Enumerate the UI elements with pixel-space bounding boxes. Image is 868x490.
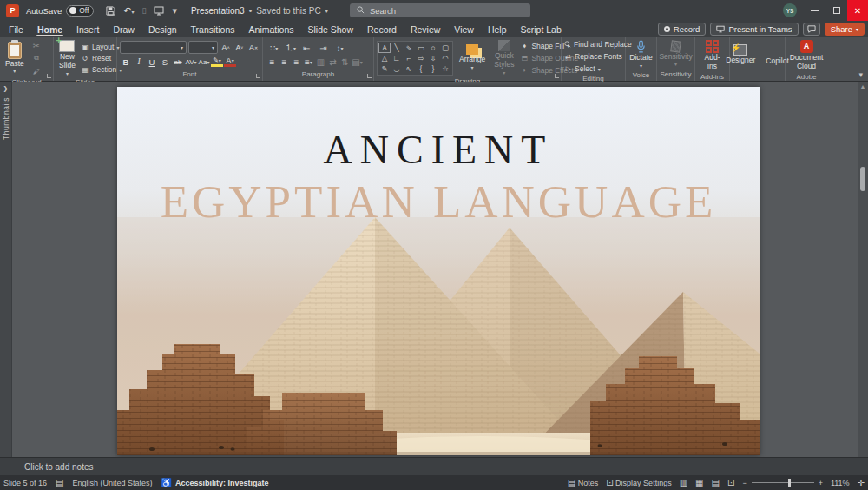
layout-button[interactable]: ▣Layout▾ xyxy=(81,42,122,52)
autosave-toggle[interactable]: Off xyxy=(66,5,94,17)
increase-indent-icon[interactable]: ⇥ xyxy=(317,42,330,54)
font-name-select[interactable]: ▾ xyxy=(120,41,187,54)
slide-sorter-view-icon[interactable]: ▦ xyxy=(695,478,703,487)
text-box-icon[interactable]: A xyxy=(378,43,391,53)
undo-icon[interactable]: ↶▾ xyxy=(123,6,134,16)
format-painter-icon[interactable]: 🖌 xyxy=(30,65,43,77)
grow-font-button[interactable]: A˄ xyxy=(220,42,232,54)
account-avatar[interactable]: YS xyxy=(779,0,800,21)
zoom-level[interactable]: 111% xyxy=(831,479,850,487)
zoom-track[interactable] xyxy=(752,482,814,483)
close-button[interactable]: ✕ xyxy=(847,0,868,21)
clipboard-dialog-launcher[interactable] xyxy=(47,74,51,78)
expand-thumbnails-icon[interactable]: ❯ xyxy=(3,85,9,92)
numbering-icon[interactable]: ⒈▾ xyxy=(284,42,297,54)
shapes-gallery[interactable]: A ╲ ⇘ ▭ ○ ▢ △ ∟ ⌐ ⇨ ⇩ ◠ ✎ ◡ ∿ { } xyxy=(377,41,453,76)
tab-review[interactable]: Review xyxy=(404,21,447,37)
right-arrow-icon[interactable]: ⇨ xyxy=(415,53,427,63)
rounded-rectangle-icon[interactable]: ▢ xyxy=(439,43,451,53)
drawing-dialog-launcher[interactable] xyxy=(555,74,559,78)
columns-icon[interactable]: ▥ xyxy=(316,56,326,68)
slide-title-line1[interactable]: ANCIENT xyxy=(117,127,760,173)
elbow-connector-icon[interactable]: ∟ xyxy=(391,53,403,63)
font-dialog-launcher[interactable] xyxy=(256,74,260,78)
notes-toggle[interactable]: ▤ Notes xyxy=(568,478,598,487)
reading-view-icon[interactable]: ▤ xyxy=(712,478,720,487)
minimize-button[interactable] xyxy=(804,0,825,21)
down-arrow-icon[interactable]: ⇩ xyxy=(427,53,439,63)
freeform-icon[interactable]: ✎ xyxy=(378,63,391,74)
smartart-icon[interactable]: ▤▾ xyxy=(352,56,362,68)
zoom-thumb[interactable] xyxy=(788,479,791,487)
autosave-control[interactable]: AutoSave Off xyxy=(26,5,94,17)
tab-record[interactable]: Record xyxy=(360,21,404,37)
section-button[interactable]: ▦Section▾ xyxy=(81,64,122,75)
scroll-up-icon[interactable]: ▲ xyxy=(858,83,868,89)
arc-icon[interactable]: ◡ xyxy=(391,63,403,74)
curve-icon[interactable]: ∿ xyxy=(403,63,415,74)
rectangle-icon[interactable]: ▭ xyxy=(415,43,427,53)
accessibility-checker[interactable]: ♿ Accessibility: Investigate xyxy=(161,478,269,487)
tab-design[interactable]: Design xyxy=(141,21,184,37)
save-icon[interactable] xyxy=(106,6,115,16)
search-input[interactable]: Search xyxy=(350,3,530,17)
paragraph-dialog-launcher[interactable] xyxy=(367,74,372,78)
left-brace-icon[interactable]: { xyxy=(415,63,427,74)
align-left-icon[interactable]: ≡ xyxy=(267,56,277,68)
restore-button[interactable] xyxy=(826,0,847,21)
change-case-button[interactable]: Aa▾ xyxy=(198,56,210,68)
bold-button[interactable]: B xyxy=(120,56,132,68)
align-text-icon[interactable]: ⇅ xyxy=(340,56,350,68)
highlight-color-button[interactable]: ✎▾ xyxy=(211,57,223,67)
tab-view[interactable]: View xyxy=(447,21,481,37)
vertical-scrollbar[interactable]: ▲ xyxy=(858,82,868,457)
right-brace-icon[interactable]: } xyxy=(427,63,439,74)
document-cloud-button[interactable]: A Document Cloud xyxy=(787,39,825,72)
title-chevron-icon[interactable]: ▾ xyxy=(326,8,328,14)
notes-pane[interactable]: Click to add notes xyxy=(0,457,868,475)
line-spacing-icon[interactable]: ↕▾ xyxy=(333,42,346,54)
share-button[interactable]: Share ▾ xyxy=(825,23,865,36)
collapse-ribbon-icon[interactable]: ▾ xyxy=(858,70,863,79)
present-in-teams-button[interactable]: Present in Teams xyxy=(710,23,798,36)
callout-icon[interactable]: ◠ xyxy=(439,53,451,63)
align-center-icon[interactable]: ≡ xyxy=(279,56,289,68)
tab-help[interactable]: Help xyxy=(481,21,514,37)
bullets-icon[interactable]: ∷▾ xyxy=(267,42,280,54)
designer-button[interactable]: Designer xyxy=(723,43,758,66)
font-color-button[interactable]: A▾ xyxy=(224,57,236,67)
shrink-font-button[interactable]: A˅ xyxy=(233,42,246,54)
start-slideshow-icon[interactable] xyxy=(154,6,164,16)
tab-draw[interactable]: Draw xyxy=(106,21,141,37)
character-spacing-button[interactable]: AV▾ xyxy=(185,56,197,68)
tab-file[interactable]: File xyxy=(2,21,30,37)
document-title[interactable]: Presentation3 • Saved to this PC ▾ xyxy=(191,6,328,16)
star-icon[interactable]: ☆ xyxy=(439,63,451,74)
dictate-button[interactable]: Dictate ▾ xyxy=(627,39,654,70)
text-direction-icon[interactable]: ⇄ xyxy=(328,56,338,68)
tab-home[interactable]: Home xyxy=(30,21,69,37)
triangle-icon[interactable]: △ xyxy=(378,53,391,63)
slide-title-line2[interactable]: EGYPTIAN LANGUAGE xyxy=(117,175,760,228)
strikethrough-button[interactable]: ab xyxy=(172,56,184,68)
record-button[interactable]: Record xyxy=(658,23,707,36)
slideshow-view-icon[interactable]: ⊡ xyxy=(727,478,734,487)
replace-fonts-button[interactable]: ⇄ Replace Fonts xyxy=(564,51,632,62)
italic-button[interactable]: I xyxy=(133,56,145,68)
tab-transitions[interactable]: Transitions xyxy=(184,21,242,37)
cut-icon[interactable]: ✂ xyxy=(30,39,43,51)
display-settings-button[interactable]: ⊡ Display Settings xyxy=(606,478,671,487)
tab-script-lab[interactable]: Script Lab xyxy=(514,21,569,37)
tab-slide-show[interactable]: Slide Show xyxy=(301,21,361,37)
font-size-select[interactable]: ▾ xyxy=(188,41,218,54)
addins-button[interactable]: Add-ins xyxy=(698,39,727,72)
zoom-slider[interactable]: − + xyxy=(742,479,823,487)
underline-button[interactable]: U xyxy=(146,56,158,68)
justify-icon[interactable]: ≡▾ xyxy=(304,56,313,68)
tab-animations[interactable]: Animations xyxy=(242,21,301,37)
zoom-in-icon[interactable]: + xyxy=(819,479,823,487)
slide-canvas[interactable]: ANCIENT EGYPTIAN LANGUAGE xyxy=(117,87,760,455)
qat-dropdown-icon[interactable]: ▾ xyxy=(172,6,177,16)
slide-indicator[interactable]: Slide 5 of 16 xyxy=(3,479,47,487)
comments-button[interactable] xyxy=(803,23,820,36)
